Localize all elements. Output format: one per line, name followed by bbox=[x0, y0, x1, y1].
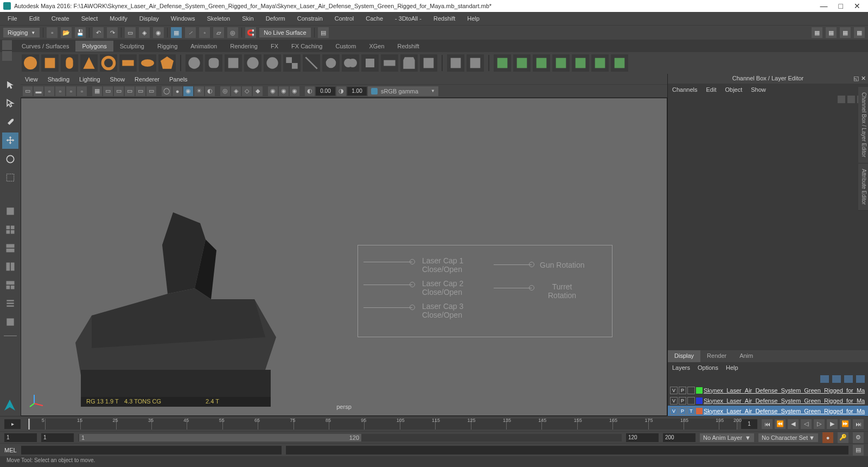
laser-cap-1-slider[interactable] bbox=[363, 262, 412, 262]
outliner-icon[interactable] bbox=[2, 295, 18, 312]
play-back-button[interactable]: ◁ bbox=[801, 419, 812, 429]
poly-plane-icon[interactable] bbox=[119, 54, 137, 72]
poly-disc-icon[interactable] bbox=[139, 54, 156, 72]
vp-isolate-icon[interactable]: ◎ bbox=[220, 86, 230, 96]
vp-menu-view[interactable]: View bbox=[25, 76, 38, 83]
range-slider[interactable]: 1 120 bbox=[78, 434, 622, 441]
vp-xray-joints-icon[interactable]: ◇ bbox=[242, 86, 252, 96]
vp-exposure-field[interactable]: 0.00 bbox=[316, 87, 335, 96]
gun-rotation-slider[interactable] bbox=[494, 264, 532, 265]
vp-bookmark-icon[interactable]: ▫ bbox=[44, 86, 54, 96]
timeline-ruler[interactable]: 5152535455565758595105115125135145155165… bbox=[27, 419, 737, 430]
menu-control[interactable]: Control bbox=[329, 14, 359, 23]
snap-curve-icon[interactable]: ⟋ bbox=[185, 27, 196, 38]
menu-cache[interactable]: Cache bbox=[360, 14, 388, 23]
vp-menu-lighting[interactable]: Lighting bbox=[79, 76, 100, 83]
range-thumb[interactable]: 1 120 bbox=[79, 434, 361, 441]
vp-xray-components-icon[interactable]: ◆ bbox=[253, 86, 263, 96]
step-forward-key-button[interactable]: ⏩ bbox=[840, 419, 851, 429]
poly-cylinder-icon[interactable] bbox=[61, 54, 78, 72]
layer-type-toggle[interactable] bbox=[687, 387, 695, 394]
3d-viewport[interactable]: 4.3 TONS CG RG 13 1.9 T 2.4 T Laser Cap … bbox=[21, 98, 667, 416]
layer-row[interactable]: VPSkynex_Laser_Air_Defense_System_Green_… bbox=[668, 395, 868, 406]
vp-menu-show[interactable]: Show bbox=[110, 76, 125, 83]
menu-redshift[interactable]: Redshift bbox=[428, 14, 461, 23]
step-forward-button[interactable]: ▶ bbox=[827, 419, 838, 429]
open-scene-icon[interactable]: 📂 bbox=[61, 27, 72, 38]
shelf-tab-fx[interactable]: FX bbox=[264, 41, 285, 52]
vp-menu-renderer[interactable]: Renderer bbox=[135, 76, 159, 83]
render-icon[interactable]: ▦ bbox=[812, 27, 822, 38]
layer-menu-help[interactable]: Help bbox=[726, 364, 738, 371]
shelf-tab-custom[interactable]: Custom bbox=[329, 41, 363, 52]
vp-grease-icon[interactable]: ▫ bbox=[77, 86, 87, 96]
shelf-tab-rigging[interactable]: Rigging bbox=[151, 41, 184, 52]
poly-platonic-icon[interactable] bbox=[158, 54, 176, 72]
mirror-icon[interactable] bbox=[494, 54, 511, 72]
live-surface-field[interactable]: No Live Surface bbox=[259, 28, 310, 37]
ipr-icon[interactable]: ▦ bbox=[826, 27, 837, 38]
separate-icon[interactable] bbox=[303, 54, 320, 72]
dock-tab-channel-box-layer-editor[interactable]: Channel Box / Layer Editor bbox=[858, 87, 868, 163]
layer-visibility-toggle[interactable]: V bbox=[670, 407, 678, 415]
character-set-dropdown[interactable]: No Character Set▼ bbox=[758, 433, 818, 442]
menu-file[interactable]: File bbox=[2, 14, 23, 23]
shelf-edit-icon[interactable] bbox=[2, 51, 12, 61]
layer-tab-display[interactable]: Display bbox=[668, 350, 700, 362]
menu-skin[interactable]: Skin bbox=[237, 14, 259, 23]
select-tool[interactable] bbox=[2, 77, 18, 93]
lasso-icon[interactable]: ◈ bbox=[139, 27, 150, 38]
current-time-marker[interactable] bbox=[28, 419, 30, 430]
vp-select-camera-icon[interactable]: ▭ bbox=[23, 86, 33, 96]
shelf-tab-animation[interactable]: Animation bbox=[184, 41, 224, 52]
layer-visibility-toggle[interactable]: V bbox=[670, 387, 678, 394]
layer-tab-anim[interactable]: Anim bbox=[733, 350, 760, 362]
vp-default-light-icon[interactable]: ◉ bbox=[268, 86, 278, 96]
layer-move-down-icon[interactable] bbox=[832, 375, 841, 383]
layer-move-up-icon[interactable] bbox=[820, 375, 829, 383]
vp-safe-action-icon[interactable]: ▭ bbox=[146, 86, 156, 96]
layout-four-icon[interactable] bbox=[2, 222, 18, 238]
menu-edit[interactable]: Edit bbox=[24, 14, 45, 23]
shelf-tab-polygons[interactable]: Polygons bbox=[75, 41, 113, 52]
poly-type-icon[interactable] bbox=[186, 54, 203, 72]
shelf-menu-icon[interactable] bbox=[2, 40, 12, 50]
paint-select-icon[interactable]: ◉ bbox=[153, 27, 164, 38]
vp-field-chart-icon[interactable]: ▭ bbox=[136, 86, 145, 96]
menu-windows[interactable]: Windows bbox=[165, 14, 201, 23]
menu--3dtoall-[interactable]: - 3DtoAll - bbox=[390, 14, 427, 23]
layout-two-h-icon[interactable] bbox=[2, 240, 18, 256]
vp-menu-shading[interactable]: Shading bbox=[48, 76, 69, 83]
quad-draw-icon[interactable] bbox=[533, 54, 550, 72]
layer-visibility-toggle[interactable]: V bbox=[670, 397, 678, 405]
vp-gamma-icon[interactable]: ◑ bbox=[336, 86, 346, 96]
step-back-key-button[interactable]: ⏪ bbox=[775, 419, 786, 429]
poly-sphere-icon[interactable] bbox=[22, 54, 39, 72]
menu-modify[interactable]: Modify bbox=[104, 14, 132, 23]
poly-cube-icon[interactable] bbox=[41, 54, 59, 72]
snap-point-icon[interactable]: ◦ bbox=[199, 27, 210, 38]
layer-type-toggle[interactable]: T bbox=[687, 407, 695, 415]
layer-tab-render[interactable]: Render bbox=[700, 350, 733, 362]
combine-icon[interactable] bbox=[283, 54, 301, 72]
shelf-tab-xgen[interactable]: XGen bbox=[362, 41, 391, 52]
layout-single-icon[interactable] bbox=[2, 203, 18, 219]
shelf-tab-fx-caching[interactable]: FX Caching bbox=[285, 41, 329, 52]
anim-start-field[interactable]: 1 bbox=[4, 433, 37, 442]
menu-create[interactable]: Create bbox=[46, 14, 75, 23]
play-forward-button[interactable]: ▷ bbox=[814, 419, 825, 429]
vp-lights-icon[interactable]: ☀ bbox=[194, 86, 204, 96]
hypershade-icon[interactable]: ▦ bbox=[854, 27, 865, 38]
vp-exposure-icon[interactable]: ◐ bbox=[305, 86, 315, 96]
channel-menu-edit[interactable]: Edit bbox=[706, 86, 716, 93]
undock-icon[interactable]: ◱ bbox=[853, 75, 859, 82]
laser-cap-2-slider[interactable] bbox=[363, 285, 412, 285]
layer-color-swatch[interactable] bbox=[696, 408, 703, 414]
close-panel-icon[interactable]: ✕ bbox=[861, 75, 866, 82]
vp-menu-panels[interactable]: Panels bbox=[169, 76, 188, 83]
vp-colorspace-dropdown[interactable]: sRGB gamma ▼ bbox=[368, 86, 438, 96]
new-scene-icon[interactable]: ▫ bbox=[47, 27, 58, 38]
poly-superellipse-icon[interactable] bbox=[205, 54, 222, 72]
uv-icon[interactable] bbox=[572, 54, 589, 72]
layer-menu-options[interactable]: Options bbox=[698, 364, 718, 371]
